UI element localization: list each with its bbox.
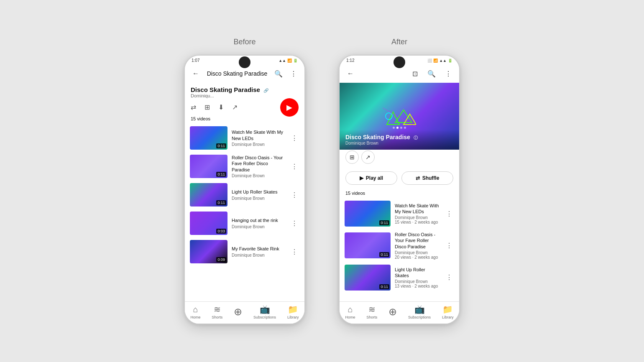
dot-3 xyxy=(400,127,402,129)
thumb-wrap-2-before: 0:11 xyxy=(190,155,227,178)
status-bar-before: 1:07 ▲▲ 📶 🔋 xyxy=(185,56,304,64)
search-button-after[interactable]: 🔍 xyxy=(426,68,437,79)
status-time-after: 1:12 xyxy=(346,58,354,63)
nav-shorts-after[interactable]: ≋ Shorts xyxy=(366,304,377,319)
more-btn-3-before[interactable]: ⋮ xyxy=(289,189,299,201)
home-icon-before: ⌂ xyxy=(193,305,198,314)
duration-1-after: 0:11 xyxy=(379,220,389,225)
more-button-after[interactable]: ⋮ xyxy=(442,68,454,79)
add-icon-after: ⊕ xyxy=(388,306,397,318)
video-item-3-before[interactable]: 0:11 Light Up Roller Skates Dominique Br… xyxy=(185,181,304,209)
playlist-image-wrap-after: Disco Skating Paradise ⓘ Dominique Brown xyxy=(340,83,459,150)
video-channel-3-before: Dominique Brown xyxy=(232,196,285,201)
playlist-header-before: Disco Skating Paradise 🔗 Dominiqu... xyxy=(185,83,304,100)
video-item-5-before[interactable]: 0:09 My Favorite Skate Rink Dominique Br… xyxy=(185,237,304,266)
before-column: Before 1:07 ▲▲ 📶 🔋 ← Disco Skating Parad… xyxy=(184,38,305,324)
duration-3-after: 0:11 xyxy=(379,284,389,289)
nav-add-before[interactable]: ⊕ xyxy=(234,306,242,318)
battery-icon: 🔋 xyxy=(293,59,298,63)
add-playlist-icon-before[interactable]: ⊞ xyxy=(204,103,210,111)
video-item-1-after[interactable]: 0:11 Watch Me Skate With My New LEDs Dom… xyxy=(340,198,459,229)
duration-5-before: 0:09 xyxy=(216,257,226,262)
more-btn-2-before[interactable]: ⋮ xyxy=(289,161,299,172)
video-info-1-before: Watch Me Skate With My New LEDs Dominiqu… xyxy=(232,129,285,147)
video-channel-1-before: Dominique Brown xyxy=(232,142,285,147)
share-icon-before[interactable]: ↗ xyxy=(232,103,238,111)
bottom-nav-before: ⌂ Home ≋ Shorts ⊕ 📺 Subscriptions xyxy=(185,301,304,324)
cast-button-after[interactable]: ⊡ xyxy=(409,68,421,79)
nav-subscriptions-before[interactable]: 📺 Subscriptions xyxy=(253,304,276,319)
notch-before xyxy=(239,56,250,68)
notch-after xyxy=(394,56,405,68)
video-info-2-after: Roller Disco Oasis - Your Fave Roller Di… xyxy=(395,232,440,260)
playlist-title-before: Disco Skating Paradise xyxy=(205,70,269,77)
shuffle-button[interactable]: ⇄ Shuffle xyxy=(401,171,453,185)
save-icon-after[interactable]: ⊞ xyxy=(345,150,359,164)
video-item-1-before[interactable]: 0:11 Watch Me Skate With My New LEDs Dom… xyxy=(185,124,304,152)
bottom-nav-after: ⌂ Home ≋ Shorts ⊕ 📺 Subscriptions xyxy=(340,301,459,324)
playlist-header-sub: Dominiqu... xyxy=(191,93,299,98)
dot-4 xyxy=(404,127,406,129)
video-info-4-before: Hanging out at the rink Dominique Brown xyxy=(232,217,285,229)
play-button-before[interactable]: ▶ xyxy=(280,98,299,117)
nav-home-after[interactable]: ⌂ Home xyxy=(345,305,355,319)
nav-library-after[interactable]: 📁 Library xyxy=(442,304,454,319)
nav-home-before[interactable]: ⌂ Home xyxy=(190,305,200,319)
nav-shorts-label-after: Shorts xyxy=(366,315,377,319)
more-btn-1-after[interactable]: ⋮ xyxy=(444,208,454,219)
play-all-icon: ▶ xyxy=(360,175,363,181)
status-bar-after: 1:12 ⬜ 📶 ▲▲ 🔋 xyxy=(340,56,459,64)
video-title-3-before: Light Up Roller Skates xyxy=(232,189,285,195)
nav-subscriptions-label-before: Subscriptions xyxy=(253,315,276,319)
nav-library-before[interactable]: 📁 Library xyxy=(287,304,299,319)
more-button-before[interactable]: ⋮ xyxy=(288,68,299,79)
nav-subscriptions-label-after: Subscriptions xyxy=(408,315,431,319)
nav-add-after[interactable]: ⊕ xyxy=(388,306,397,318)
video-channel-2-after: Dominique Brown xyxy=(395,250,440,255)
banner-art xyxy=(383,104,416,129)
add-icon-before: ⊕ xyxy=(234,306,242,318)
thumb-wrap-5-before: 0:09 xyxy=(190,240,227,263)
link-icon: 🔗 xyxy=(263,88,268,93)
video-item-2-after[interactable]: 0:11 Roller Disco Oasis - Your Fave Roll… xyxy=(340,229,459,262)
duration-2-after: 0:11 xyxy=(379,252,389,257)
more-btn-5-before[interactable]: ⋮ xyxy=(289,246,299,257)
video-meta-1-after: 15 views · 2 weeks ago xyxy=(395,220,440,224)
playlist-header-title: Disco Skating Paradise 🔗 xyxy=(191,86,299,93)
shuffle-icon-before[interactable]: ⇄ xyxy=(191,103,196,111)
before-phone: 1:07 ▲▲ 📶 🔋 ← Disco Skating Paradise 🔍 ⋮ xyxy=(184,55,305,324)
more-btn-3-after[interactable]: ⋮ xyxy=(444,272,454,283)
subscriptions-icon-after: 📺 xyxy=(414,304,425,314)
download-icon-before[interactable]: ⬇ xyxy=(218,103,224,111)
playlist-banner: Disco Skating Paradise ⓘ Dominique Brown xyxy=(340,83,459,150)
play-all-label: Play all xyxy=(366,175,383,181)
wifi-icon: 📶 xyxy=(287,59,292,63)
battery-icon-after: 🔋 xyxy=(448,59,452,63)
more-btn-1-before[interactable]: ⋮ xyxy=(289,133,299,144)
nav-subscriptions-after[interactable]: 📺 Subscriptions xyxy=(408,304,431,319)
shuffle-label: Shuffle xyxy=(422,175,440,181)
nav-shorts-before[interactable]: ≋ Shorts xyxy=(212,304,222,319)
before-phone-content: ← Disco Skating Paradise 🔍 ⋮ Disco Skati… xyxy=(185,64,304,324)
back-button-after[interactable]: ← xyxy=(345,68,356,79)
video-item-2-before[interactable]: 0:11 Roller Disco Oasis - Your Fave Roll… xyxy=(185,152,304,181)
video-channel-5-before: Dominique Brown xyxy=(232,253,285,257)
cast-icon: ⬜ xyxy=(427,59,432,63)
nav-home-label-after: Home xyxy=(345,315,355,319)
play-all-button[interactable]: ▶ Play all xyxy=(345,171,397,185)
more-btn-2-after[interactable]: ⋮ xyxy=(444,240,454,251)
nav-home-label-before: Home xyxy=(190,315,200,319)
video-title-1-after: Watch Me Skate With My New LEDs xyxy=(395,203,440,215)
share-icon-after[interactable]: ↗ xyxy=(361,150,375,164)
carousel-dots xyxy=(393,127,406,129)
back-button-before[interactable]: ← xyxy=(190,68,202,79)
after-phone-content: ← ⊡ 🔍 ⋮ xyxy=(340,64,459,324)
video-item-4-before[interactable]: 0:03 Hanging out at the rink Dominique B… xyxy=(185,209,304,237)
subscriptions-icon-before: 📺 xyxy=(260,304,270,314)
search-button-before[interactable]: 🔍 xyxy=(273,68,284,79)
status-time-before: 1:07 xyxy=(192,58,199,63)
more-btn-4-before[interactable]: ⋮ xyxy=(289,218,299,229)
video-item-3-after[interactable]: 0:11 Light Up Roller Skates Dominique Br… xyxy=(340,262,459,293)
nav-library-label-after: Library xyxy=(442,315,454,319)
nav-shorts-label-before: Shorts xyxy=(212,315,222,319)
